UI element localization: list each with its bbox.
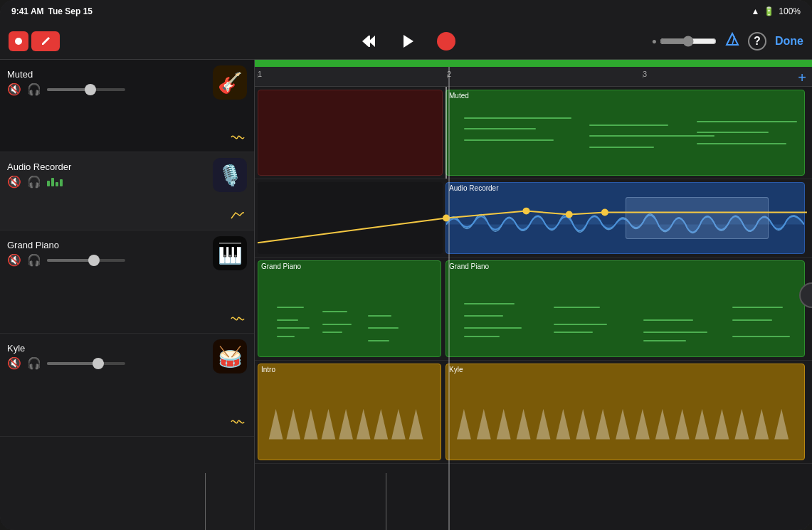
midi-note	[464, 336, 500, 337]
audio-selection-region[interactable]	[626, 197, 769, 239]
midi-note	[464, 128, 536, 129]
done-button[interactable]: Done	[775, 35, 803, 48]
mute-muted-button[interactable]: 🔇	[7, 83, 21, 96]
piano-midi-notes-1	[258, 274, 441, 356]
play-button[interactable]	[397, 30, 420, 53]
top-green-bar	[255, 60, 812, 67]
piano-midi-notes-2	[446, 274, 804, 356]
ruler-mark-3: 3	[643, 70, 647, 78]
midi-note	[732, 307, 782, 308]
track-headers: Muted 🔇 🎧 🎸	[0, 60, 255, 530]
midi-note	[554, 324, 607, 325]
svg-marker-20	[477, 409, 491, 440]
svg-marker-10	[269, 409, 283, 440]
solo-piano-button[interactable]: 🎧	[27, 253, 41, 267]
clip-piano-2[interactable]: Grand Piano	[445, 260, 805, 357]
svg-marker-13	[322, 409, 336, 440]
track-lane-piano[interactable]: Grand Piano	[255, 258, 812, 361]
audio-instrument-icon[interactable]: 🎙️	[213, 158, 247, 192]
svg-marker-35	[774, 409, 789, 440]
midi-note	[368, 327, 399, 329]
help-button[interactable]: ?	[748, 32, 766, 51]
tempo-slider[interactable]	[660, 36, 717, 47]
track-muted-icons: 🔇 🎧	[7, 83, 213, 96]
piano-automation-icon	[230, 313, 246, 327]
wifi-icon: ▲	[751, 6, 759, 16]
midi-note	[322, 324, 352, 325]
playhead-muted	[445, 87, 447, 179]
clip-muted-empty[interactable]	[258, 90, 443, 176]
track-header-muted: Muted 🔇 🎧 🎸	[0, 60, 254, 152]
record-icon-button[interactable]	[9, 31, 28, 51]
status-bar: 9:41 AM Tue Sep 15 ▲ 🔋 100%	[0, 0, 812, 23]
clip-audio-recorder[interactable]: Audio Recorder	[445, 182, 805, 254]
audio-automation-icon[interactable]	[230, 210, 246, 224]
solo-kyle-button[interactable]: 🎧	[27, 356, 41, 370]
svg-marker-14	[339, 409, 353, 440]
svg-marker-30	[675, 409, 690, 440]
svg-marker-28	[636, 409, 650, 440]
midi-note	[368, 340, 390, 341]
clip-audio-empty[interactable]	[258, 182, 443, 254]
clip-kyle-main[interactable]: Kyle	[445, 364, 805, 460]
metronome-button[interactable]	[725, 32, 739, 50]
track-kyle-left: Kyle 🔇 🎧	[7, 343, 213, 370]
midi-note	[643, 332, 708, 333]
track-audio-icons: 🔇 🎧	[7, 175, 213, 189]
status-date: Tue Sep 15	[48, 6, 93, 16]
track-muted-row: Muted 🔇 🎧 🎸	[7, 65, 247, 100]
midi-note	[554, 332, 593, 333]
svg-marker-19	[457, 409, 471, 440]
svg-marker-33	[734, 409, 749, 440]
kyle-instrument-icon[interactable]: 🥁	[213, 339, 247, 373]
mute-kyle-button[interactable]: 🔇	[7, 356, 21, 370]
track-muted-name: Muted	[7, 69, 213, 80]
piano-instrument-icon[interactable]: 🎹	[213, 236, 247, 270]
muted-automation-toggle	[230, 132, 246, 146]
midi-note	[697, 132, 769, 133]
tempo-dot: ●	[652, 36, 657, 46]
clip-piano-1[interactable]: Grand Piano	[258, 260, 441, 357]
muted-midi-notes	[446, 103, 804, 175]
midi-note	[322, 332, 342, 333]
svg-marker-31	[695, 409, 710, 440]
drum-pattern-1	[258, 378, 441, 460]
solo-muted-button[interactable]: 🎧	[27, 83, 41, 96]
midi-note	[697, 121, 797, 122]
mute-piano-button[interactable]: 🔇	[7, 253, 21, 267]
track-lanes: Muted	[255, 87, 812, 530]
kyle-automation-icon	[230, 416, 246, 430]
svg-line-5	[732, 36, 734, 45]
piano-volume-slider[interactable]	[47, 259, 125, 262]
solo-audio-button[interactable]: 🎧	[27, 175, 41, 189]
track-lane-kyle[interactable]: Intro	[255, 361, 812, 464]
clip-kyle-intro[interactable]: Intro	[258, 364, 441, 460]
track-lane-muted[interactable]: Muted	[255, 87, 812, 179]
add-track-button[interactable]: +	[798, 70, 806, 86]
svg-marker-18	[409, 409, 423, 440]
clip-muted-label: Muted	[446, 90, 472, 101]
svg-marker-23	[536, 409, 550, 440]
timeline-area: 1 2 3 + Muted	[255, 60, 812, 530]
midi-note	[464, 303, 514, 304]
rewind-button[interactable]	[357, 30, 380, 53]
midi-note	[464, 327, 521, 329]
muted-volume-slider[interactable]	[47, 88, 125, 91]
track-lane-audio[interactable]: Audio Recorder	[255, 179, 812, 258]
svg-marker-15	[357, 409, 371, 440]
transport-bar: ● ? Done	[0, 23, 812, 60]
midi-note	[464, 315, 503, 317]
muted-instrument-icon[interactable]: 🎸	[213, 65, 247, 100]
svg-marker-34	[754, 409, 769, 440]
svg-marker-21	[497, 409, 511, 440]
svg-marker-16	[374, 409, 388, 440]
status-bar-right: ▲ 🔋 100%	[751, 6, 801, 16]
kyle-volume-slider[interactable]	[47, 362, 125, 365]
pencil-edit-button[interactable]	[31, 31, 60, 51]
clip-muted-green[interactable]: Muted	[445, 90, 805, 176]
eq-bar-3	[56, 182, 58, 186]
status-bar-left: 9:41 AM Tue Sep 15	[11, 6, 93, 16]
record-button[interactable]	[437, 32, 455, 51]
midi-note	[322, 311, 348, 312]
mute-audio-button[interactable]: 🔇	[7, 175, 21, 189]
